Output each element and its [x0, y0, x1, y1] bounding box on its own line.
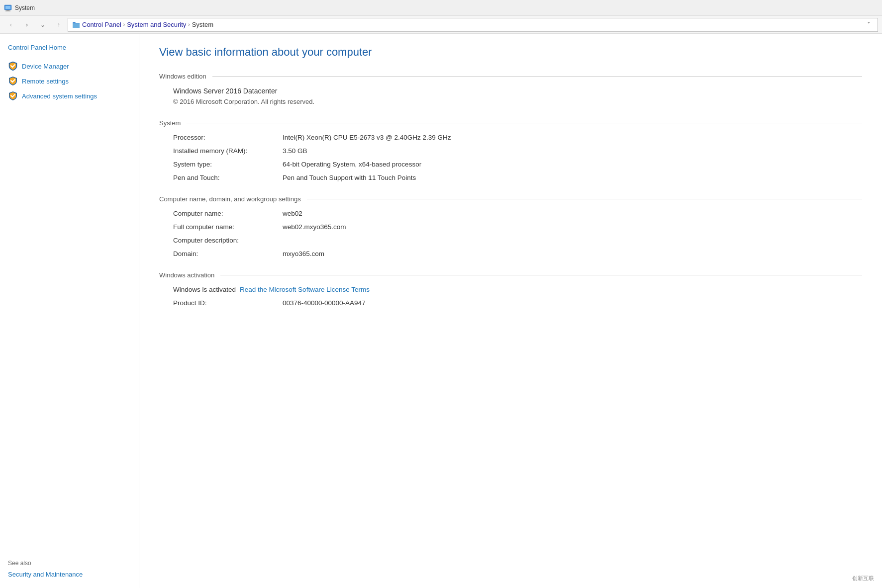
windows-activation-content: Windows is activated Read the Microsoft …	[159, 286, 862, 307]
svg-rect-3	[5, 10, 10, 11]
computer-name-row: Computer name: web02	[173, 210, 862, 217]
system-title: System	[159, 119, 181, 127]
shield-icon-advanced-settings	[8, 91, 18, 101]
see-also-title: See also	[8, 560, 131, 567]
activation-status-row: Windows is activated Read the Microsoft …	[173, 286, 862, 293]
domain-value: mxyo365.com	[283, 250, 324, 257]
sidebar-advanced-settings-label: Advanced system settings	[22, 92, 97, 100]
system-icon	[4, 4, 12, 12]
system-header: System	[159, 119, 862, 127]
sidebar: Control Panel Home Device Manager	[0, 34, 139, 588]
full-computer-name-label: Full computer name:	[173, 223, 283, 231]
sidebar-item-remote-settings[interactable]: Remote settings	[8, 76, 131, 86]
product-id-row: Product ID: 00376-40000-00000-AA947	[173, 299, 862, 307]
system-section: System Processor: Intel(R) Xeon(R) CPU E…	[159, 119, 862, 181]
breadcrumb-system-security[interactable]: System and Security	[127, 21, 186, 28]
computer-description-row: Computer description:	[173, 237, 862, 244]
breadcrumb-control-panel[interactable]: Control Panel	[82, 21, 121, 28]
windows-edition-line	[212, 76, 862, 77]
full-computer-name-row: Full computer name: web02.mxyo365.com	[173, 223, 862, 231]
domain-label: Domain:	[173, 250, 283, 257]
main-layout: Control Panel Home Device Manager	[0, 34, 882, 588]
edition-name: Windows Server 2016 Datacenter	[173, 87, 862, 95]
svg-rect-2	[6, 10, 9, 11]
up-button[interactable]: ↑	[52, 18, 66, 32]
windows-activation-header: Windows activation	[159, 271, 862, 279]
ram-value: 3.50 GB	[283, 147, 307, 155]
title-bar: System	[0, 0, 882, 16]
ram-label: Installed memory (RAM):	[173, 147, 283, 155]
content-area: View basic information about your comput…	[139, 34, 882, 588]
system-type-label: System type:	[173, 161, 283, 168]
full-computer-name-value: web02.mxyo365.com	[283, 223, 346, 231]
shield-icon-remote-settings	[8, 76, 18, 86]
activation-status-text: Windows is activated	[173, 286, 236, 293]
software-license-link[interactable]: Read the Microsoft Software License Term…	[240, 286, 370, 293]
windows-edition-content: Windows Server 2016 Datacenter © 2016 Mi…	[159, 87, 862, 105]
pen-touch-value: Pen and Touch Support with 11 Touch Poin…	[283, 174, 416, 181]
breadcrumb-sep-1: ›	[123, 22, 125, 27]
processor-value: Intel(R) Xeon(R) CPU E5-2673 v3 @ 2.40GH…	[283, 134, 451, 141]
computer-name-line	[307, 199, 862, 199]
computer-name-section: Computer name, domain, and workgroup set…	[159, 195, 862, 257]
processor-label: Processor:	[173, 134, 283, 141]
breadcrumb-system: System	[192, 21, 213, 28]
back-button[interactable]: ‹	[4, 18, 18, 32]
shield-icon-device-manager	[8, 61, 18, 71]
product-id-label: Product ID:	[173, 299, 283, 307]
pen-touch-row: Pen and Touch: Pen and Touch Support wit…	[173, 174, 862, 181]
address-bar: ‹ › ⌄ ↑ Control Panel › System and Secur…	[0, 16, 882, 34]
ram-row: Installed memory (RAM): 3.50 GB	[173, 147, 862, 155]
folder-icon	[72, 21, 80, 29]
windows-edition-title: Windows edition	[159, 73, 206, 80]
windows-activation-line	[220, 275, 862, 275]
windows-edition-header: Windows edition	[159, 73, 862, 80]
windows-activation-section: Windows activation Windows is activated …	[159, 271, 862, 307]
computer-name-label: Computer name:	[173, 210, 283, 217]
system-type-value: 64-bit Operating System, x64-based proce…	[283, 161, 421, 168]
sidebar-item-advanced-settings[interactable]: Advanced system settings	[8, 91, 131, 101]
sidebar-device-manager-label: Device Manager	[22, 63, 69, 70]
computer-name-value: web02	[283, 210, 302, 217]
svg-rect-1	[5, 6, 10, 9]
system-line	[187, 123, 862, 123]
watermark: 创新互联	[849, 574, 877, 583]
sidebar-inner: Control Panel Home Device Manager	[8, 44, 131, 578]
product-id-value: 00376-40000-00000-AA947	[283, 299, 366, 307]
windows-activation-title: Windows activation	[159, 271, 214, 279]
breadcrumb-bar: Control Panel › System and Security › Sy…	[68, 18, 878, 32]
processor-row: Processor: Intel(R) Xeon(R) CPU E5-2673 …	[173, 134, 862, 141]
breadcrumb-dropdown-button[interactable]: ˅	[864, 18, 874, 32]
system-type-row: System type: 64-bit Operating System, x6…	[173, 161, 862, 168]
computer-name-title: Computer name, domain, and workgroup set…	[159, 195, 301, 203]
sidebar-item-device-manager[interactable]: Device Manager	[8, 61, 131, 71]
forward-button[interactable]: ›	[20, 18, 34, 32]
sidebar-remote-settings-label: Remote settings	[22, 78, 69, 85]
windows-edition-section: Windows edition Windows Server 2016 Data…	[159, 73, 862, 105]
breadcrumb-sep-2: ›	[188, 22, 190, 27]
title-bar-text: System	[15, 4, 35, 11]
computer-name-header: Computer name, domain, and workgroup set…	[159, 195, 862, 203]
sidebar-security-maintenance-link[interactable]: Security and Maintenance	[8, 571, 131, 578]
computer-name-content: Computer name: web02 Full computer name:…	[159, 210, 862, 257]
domain-row: Domain: mxyo365.com	[173, 250, 862, 257]
edition-copyright: © 2016 Microsoft Corporation. All rights…	[173, 98, 862, 105]
computer-description-label: Computer description:	[173, 237, 283, 244]
pen-touch-label: Pen and Touch:	[173, 174, 283, 181]
sidebar-bottom: See also Security and Maintenance	[8, 560, 131, 578]
system-content: Processor: Intel(R) Xeon(R) CPU E5-2673 …	[159, 134, 862, 181]
sidebar-control-panel-home[interactable]: Control Panel Home	[8, 44, 131, 51]
recent-locations-button[interactable]: ⌄	[36, 18, 50, 32]
page-heading: View basic information about your comput…	[159, 46, 862, 59]
